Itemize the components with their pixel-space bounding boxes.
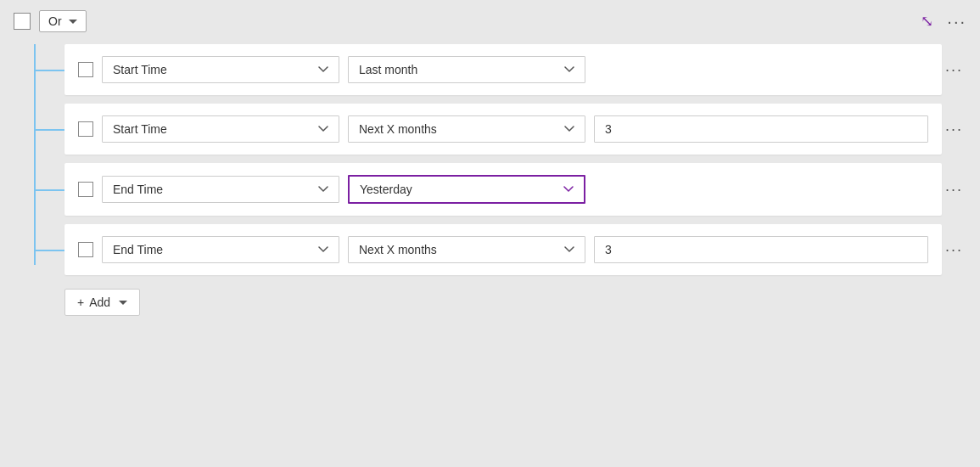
filter-row-3: End Time Yesterday: [64, 163, 942, 216]
row-3-filter-label: Yesterday: [360, 183, 412, 196]
or-label: Or: [48, 14, 62, 28]
row-1-filter-label: Last month: [359, 63, 417, 76]
row-1-more-button[interactable]: ···: [942, 58, 966, 82]
row-1-field-dropdown[interactable]: Start Time: [102, 56, 339, 83]
filter-row-wrapper-2: Start Time Next X months ···: [64, 104, 966, 155]
row-2-value-input[interactable]: [594, 115, 928, 143]
filter-rows-container: Start Time Last month ··· Start Time N: [14, 44, 966, 316]
filter-row-wrapper-4: End Time Next X months ···: [64, 224, 966, 275]
top-bar: Or ⤡ ···: [14, 10, 966, 32]
filter-row-wrapper-1: Start Time Last month ···: [64, 44, 966, 95]
row-2-field-label: Start Time: [113, 122, 167, 136]
or-chevron-icon: [69, 20, 77, 24]
add-label: Add: [89, 295, 110, 309]
top-right-controls: ⤡ ···: [921, 12, 966, 31]
row-4-field-chevron-icon: [318, 246, 328, 253]
row-1-field-chevron-icon: [318, 66, 328, 73]
row-3-filter-dropdown[interactable]: Yesterday: [348, 175, 585, 204]
row-2-more-button[interactable]: ···: [942, 117, 966, 142]
row-2-filter-label: Next X months: [359, 122, 437, 136]
main-container: Or ⤡ ··· Start Time Last month: [0, 0, 980, 467]
add-row: + Add: [64, 289, 966, 316]
row-2-checkbox[interactable]: [78, 121, 93, 137]
filter-row-1: Start Time Last month: [64, 44, 942, 95]
collapse-button[interactable]: ⤡: [921, 12, 933, 31]
top-left-controls: Or: [14, 10, 87, 32]
row-2-field-dropdown[interactable]: Start Time: [102, 115, 339, 143]
row-4-filter-label: Next X months: [359, 243, 437, 256]
row-4-value-input[interactable]: [594, 236, 928, 263]
filter-row-4: End Time Next X months: [64, 224, 942, 275]
top-dots-icon: ···: [947, 12, 966, 31]
add-button[interactable]: + Add: [64, 289, 140, 316]
row-3-filter-chevron-icon: [563, 186, 574, 193]
row-4-field-label: End Time: [113, 243, 163, 256]
filter-row-wrapper-3: End Time Yesterday ···: [64, 163, 966, 216]
row-2-field-chevron-icon: [318, 126, 328, 132]
row-3-field-label: End Time: [113, 183, 163, 196]
filter-row-2: Start Time Next X months: [64, 104, 942, 155]
row-4-checkbox[interactable]: [78, 242, 93, 257]
row-4-filter-dropdown[interactable]: Next X months: [348, 236, 585, 263]
row-2-filter-dropdown[interactable]: Next X months: [348, 115, 585, 143]
row-3-checkbox[interactable]: [78, 182, 93, 197]
row-1-filter-dropdown[interactable]: Last month: [348, 56, 585, 83]
row-1-filter-chevron-icon: [564, 66, 574, 73]
row-2-filter-chevron-icon: [564, 126, 574, 132]
row-4-field-dropdown[interactable]: End Time: [102, 236, 339, 263]
row-3-field-dropdown[interactable]: End Time: [102, 176, 339, 203]
top-more-options-button[interactable]: ···: [947, 12, 966, 31]
row-4-more-button[interactable]: ···: [942, 238, 966, 262]
select-all-checkbox[interactable]: [14, 13, 31, 30]
row-3-field-chevron-icon: [318, 186, 328, 193]
row-1-checkbox[interactable]: [78, 62, 93, 77]
or-button[interactable]: Or: [39, 10, 87, 32]
row-3-more-button[interactable]: ···: [942, 177, 966, 202]
collapse-icon: ⤡: [921, 12, 933, 31]
row-4-filter-chevron-icon: [564, 246, 574, 253]
add-plus-icon: +: [77, 295, 84, 309]
add-chevron-icon: [119, 301, 127, 305]
row-1-field-label: Start Time: [113, 63, 167, 76]
